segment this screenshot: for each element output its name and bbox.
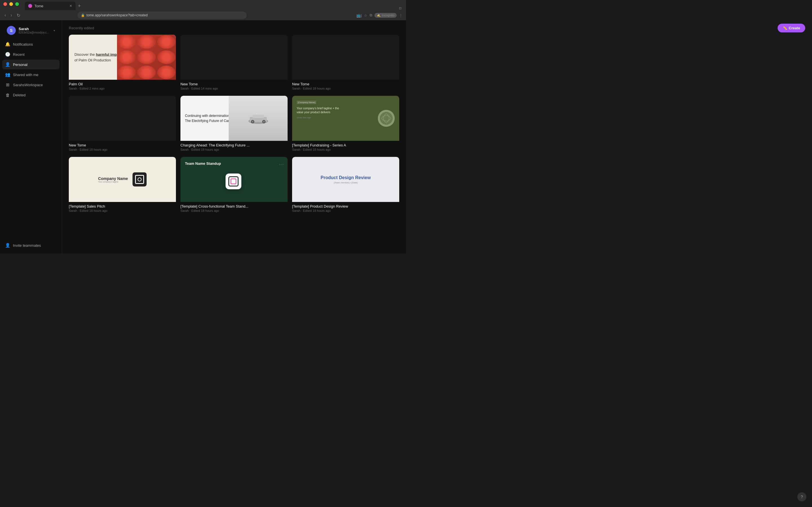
card-info: New Tome Sarah · Edited 18 hours ago — [292, 80, 399, 91]
sales-text: Company Name Your company's tagline — [98, 176, 128, 183]
flower-cell — [137, 66, 155, 79]
card-meta: Sarah · Edited 18 hours ago — [69, 209, 176, 212]
card-title: [Template] Product Design Review — [292, 204, 399, 209]
product-design-title: Product Design Review — [320, 175, 371, 180]
card-new-tome-2[interactable]: New Tome Sarah · Edited 18 hours ago — [292, 35, 399, 91]
close-window-button[interactable] — [3, 2, 7, 6]
svg-rect-7 — [256, 114, 257, 114]
card-sales-pitch[interactable]: Company Name Your company's tagline [Tem… — [69, 157, 176, 214]
app-layout: S Sarah 8263e52a@moodjoy.c... ▾ 🔔 Notifi… — [0, 20, 406, 253]
tab-bar: Tome ✕ + ⊡ — [0, 0, 406, 10]
lock-icon: 🔒 — [81, 13, 85, 17]
card-meta: Sarah · Edited 18 hours ago — [292, 87, 399, 90]
sidebar-item-notifications[interactable]: 🔔 Notifications — [2, 40, 59, 49]
forward-button[interactable]: › — [9, 12, 13, 18]
minimize-window-button[interactable] — [9, 2, 13, 6]
charging-text: Continuing with determination.: The Elec… — [185, 113, 233, 123]
fundraising-left: [Company Name] Your company's brief tagl… — [297, 99, 340, 119]
new-tab-button[interactable]: + — [75, 2, 83, 10]
browser-menu-icon[interactable]: ⋮ — [399, 13, 403, 17]
card-meta: Sarah · Edited 18 hours ago — [181, 209, 288, 212]
flower-cell — [137, 50, 155, 64]
sidebar-item-recent[interactable]: 🕐 Recent — [2, 50, 59, 59]
car-silhouette — [229, 96, 288, 141]
sidebar-item-label: Recent — [13, 52, 24, 57]
avatar: S — [7, 26, 16, 35]
sidebar-toggle-icon[interactable]: ⊡ — [399, 6, 402, 10]
tab-favicon — [28, 4, 32, 8]
card-meta: Sarah · Edited 2 mins ago — [69, 87, 176, 90]
card-charging[interactable]: Continuing with determination.: The Elec… — [181, 96, 288, 152]
card-meta: Sarah · Edited 18 hours ago — [292, 209, 399, 212]
bell-icon: 🔔 — [5, 42, 10, 47]
card-info: [Template] Product Design Review Sarah ·… — [292, 202, 399, 214]
card-product-design-review[interactable]: Product Design Review [Team member] • [D… — [292, 157, 399, 214]
card-thumbnail — [181, 35, 288, 80]
card-new-tome-1[interactable]: New Tome Sarah · Edited 14 mins ago — [181, 35, 288, 91]
fundraising-right — [378, 110, 395, 127]
invite-label: Invite teammates — [13, 243, 41, 247]
bookmark-icon[interactable]: ☆ — [364, 13, 367, 17]
svg-point-8 — [380, 112, 393, 124]
sidebar-item-label: Shared with me — [13, 73, 38, 77]
cast-icon[interactable]: 📺 — [356, 13, 362, 18]
tab-label: Tome — [35, 4, 43, 8]
card-meta: Sarah · Edited 14 mins ago — [181, 87, 288, 90]
back-button[interactable]: ‹ — [3, 12, 7, 18]
card-title: New Tome — [292, 82, 399, 86]
card-thumbnail: [Company Name] Your company's brief tagl… — [292, 96, 399, 141]
sidebar-item-label: SarahsWorkspace — [13, 83, 43, 87]
card-meta: Sarah · Edited 18 hours ago — [292, 148, 399, 151]
card-title: [Template] Fundraising - Series A — [292, 143, 399, 147]
maximize-window-button[interactable] — [15, 2, 19, 6]
charging-image — [229, 96, 288, 141]
card-title: Palm Oil — [69, 82, 176, 86]
grid-icon: ⊞ — [5, 82, 10, 87]
user-profile-button[interactable]: S Sarah 8263e52a@moodjoy.c... ▾ — [2, 24, 59, 37]
window-controls — [3, 2, 19, 6]
user-email: 8263e52a@moodjoy.c... — [18, 31, 51, 34]
sidebar-item-personal[interactable]: 👤 Personal — [2, 60, 59, 69]
card-info: New Tome Sarah · Edited 14 mins ago — [181, 80, 288, 91]
palm-oil-image — [117, 35, 176, 80]
flower-cell — [117, 50, 136, 64]
card-info: [Template] Fundraising - Series A Sarah … — [292, 141, 399, 152]
logo-inner — [135, 175, 144, 184]
card-palm-oil[interactable]: Discover the harmful impact of Palm Oil … — [69, 35, 176, 91]
tab-close-button[interactable]: ✕ — [69, 4, 72, 8]
sidebar-item-workspace[interactable]: ⊞ SarahsWorkspace — [2, 80, 59, 90]
incognito-badge: 🕵 Incognito — [374, 13, 397, 18]
card-thumbnail: Team Name Standup ··· — [181, 157, 288, 202]
extensions-icon[interactable]: ⧉ — [370, 13, 372, 17]
invite-teammates-button[interactable]: 👤 Invite teammates — [2, 240, 59, 250]
people-icon: 👥 — [5, 72, 10, 77]
sidebar-item-label: Notifications — [13, 42, 33, 47]
active-tab[interactable]: Tome ✕ — [25, 2, 75, 10]
standup-title: Team Name Standup — [185, 161, 221, 166]
card-thumbnail: Product Design Review [Team member] • [D… — [292, 157, 399, 202]
sidebar-nav: 🔔 Notifications 🕐 Recent 👤 Personal 👥 Sh… — [0, 40, 62, 100]
card-info: New Tome Sarah · Edited 18 hours ago — [69, 141, 176, 152]
company-tagline-text: Your company's tagline — [98, 181, 128, 183]
card-thumbnail: Discover the harmful impact of Palm Oil … — [69, 35, 176, 80]
card-new-tome-3[interactable]: New Tome Sarah · Edited 18 hours ago — [69, 96, 176, 152]
card-fundraising[interactable]: [Company Name] Your company's brief tagl… — [292, 96, 399, 152]
sidebar-item-deleted[interactable]: 🗑 Deleted — [2, 90, 59, 100]
address-bar[interactable]: 🔒 tome.app/sarahsworkspace?tab=created — [78, 11, 247, 19]
logo-square-inner — [231, 179, 236, 184]
svg-point-6 — [263, 121, 265, 122]
card-info: [Template] Sales Pitch Sarah · Edited 18… — [69, 202, 176, 214]
section-header: Recently edited — [69, 26, 399, 30]
card-standup[interactable]: Team Name Standup ··· [Template] Cross-f… — [181, 157, 288, 214]
flower-cell — [157, 35, 175, 49]
product-design-subtitle: [Team member] • [Date] — [334, 181, 357, 184]
sidebar-item-label: Deleted — [13, 93, 26, 97]
sidebar-item-shared[interactable]: 👥 Shared with me — [2, 70, 59, 79]
circle-logo — [378, 110, 395, 127]
car-svg — [247, 111, 269, 125]
url-text: tome.app/sarahsworkspace?tab=created — [87, 13, 148, 17]
user-name: Sarah — [18, 27, 51, 31]
reload-button[interactable]: ↻ — [15, 12, 21, 18]
svg-point-5 — [252, 121, 253, 122]
flower-cell — [117, 66, 136, 79]
